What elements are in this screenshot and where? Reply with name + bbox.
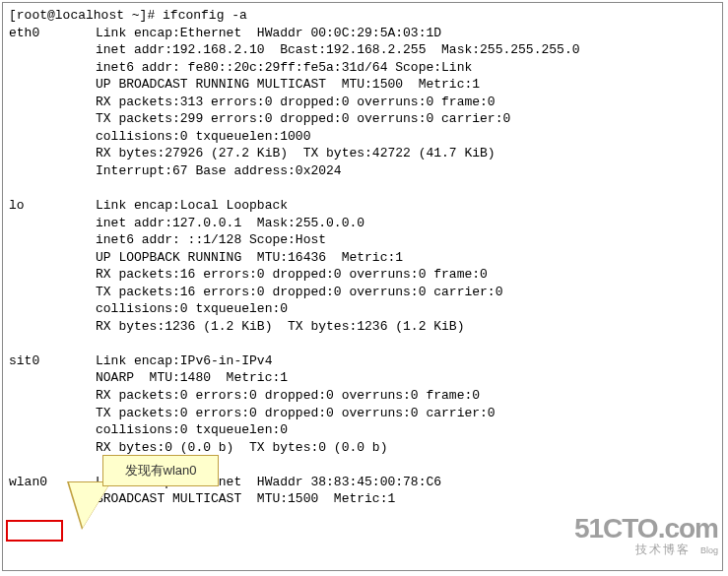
wlan0-highlight [6,520,63,542]
iface-line: RX packets:313 errors:0 dropped:0 overru… [96,94,496,111]
iface-line: BROADCAST MULTICAST MTU:1500 Metric:1 [96,490,395,508]
iface-line: Link encap:IPv6-in-IPv4 [96,352,272,370]
iface-line: RX bytes:1236 (1.2 KiB) TX bytes:1236 (1… [96,318,464,336]
iface-line: Link encap:Ethernet HWaddr 00:0C:29:5A:0… [96,25,441,42]
iface-line: inet6 addr: ::1/128 Scope:Host [96,231,326,249]
iface-line: NOARP MTU:1480 Metric:1 [96,369,288,387]
iface-line: RX bytes:0 (0.0 b) TX bytes:0 (0.0 b) [96,439,387,457]
iface-line: inet6 addr: fe80::20c:29ff:fe5a:31d/64 S… [96,59,472,77]
iface-line: collisions:0 txqueuelen:0 [96,421,288,439]
iface-line: TX packets:299 errors:0 dropped:0 overru… [96,110,510,128]
iface-line: collisions:0 txqueuelen:1000 [96,128,310,146]
watermark-main: 51CTO.com [574,514,718,543]
iface-line: collisions:0 txqueuelen:0 [96,300,288,318]
iface-eth0: eth0 [9,25,96,42]
iface-line: UP BROADCAST RUNNING MULTICAST MTU:1500 … [96,76,480,94]
iface-line: Interrupt:67 Base address:0x2024 [96,162,342,180]
annotation-callout: 发现有wlan0 [102,455,219,486]
iface-line: inet addr:192.168.2.10 Bcast:192.168.2.2… [96,41,579,59]
watermark-sub: 技术博客 [635,543,691,556]
iface-line: RX bytes:27926 (27.2 KiB) TX bytes:42722… [96,145,496,162]
iface-line: RX packets:16 errors:0 dropped:0 overrun… [96,266,488,284]
shell-prompt: [root@localhost ~]# [9,8,163,23]
watermark-blog: Blog [700,546,718,555]
iface-line: RX packets:0 errors:0 dropped:0 overruns… [96,387,480,405]
terminal-output: [root@localhost ~]# ifconfig -a eth0Link… [3,3,722,512]
iface-line: UP LOOPBACK RUNNING MTU:16436 Metric:1 [96,249,403,267]
iface-line: Link encap:Local Loopback [96,197,288,215]
iface-line: inet addr:127.0.0.1 Mask:255.0.0.0 [96,215,364,232]
iface-lo: lo [9,197,96,215]
callout-tail [69,482,110,528]
callout-text: 发现有wlan0 [125,463,197,478]
watermark: 51CTO.com 技术博客 Blog [574,514,718,556]
shell-command: ifconfig -a [163,8,247,23]
iface-line: TX packets:16 errors:0 dropped:0 overrun… [96,284,502,301]
iface-sit0: sit0 [9,352,96,370]
iface-line: TX packets:0 errors:0 dropped:0 overruns… [96,405,496,422]
